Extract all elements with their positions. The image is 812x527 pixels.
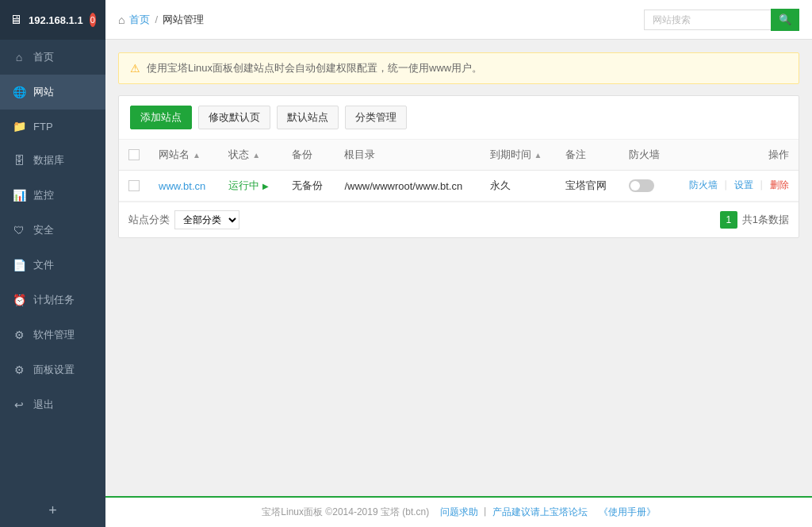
sidebar: 🖥 192.168.1.1 0 ⌂ 首页 🌐 网站 📁 FTP 🗄 数据库 � xyxy=(0,0,105,527)
col-firewall-header: 防火墙 xyxy=(629,148,660,160)
sidebar-item-files[interactable]: 📄 文件 xyxy=(0,248,105,283)
sidebar-item-label: 安全 xyxy=(33,223,54,237)
monitor-icon: 🖥 xyxy=(10,13,22,27)
breadcrumb-separator: / xyxy=(155,13,158,25)
toggle-dot xyxy=(630,181,640,190)
site-panel: 添加站点 修改默认页 默认站点 分类管理 网站名 xyxy=(118,95,799,238)
search-button[interactable]: 🔍 xyxy=(771,9,799,31)
sidebar-item-label: FTP xyxy=(33,121,53,133)
status-text: 运行中 xyxy=(228,179,259,193)
content-area: ⚠ 使用宝塔Linux面板创建站点时会自动创建权限配置，统一使用www用户。 添… xyxy=(105,40,812,496)
default-site-button[interactable]: 默认站点 xyxy=(277,106,339,129)
sidebar-nav: ⌂ 首页 🌐 网站 📁 FTP 🗄 数据库 📊 监控 🛡 安全 xyxy=(0,40,105,494)
sidebar-item-label: 首页 xyxy=(33,50,54,64)
sidebar-item-label: 监控 xyxy=(33,188,54,202)
col-expire-header: 到期时间 xyxy=(490,148,531,162)
header-search: 🔍 xyxy=(644,9,799,31)
sidebar-item-logout[interactable]: ↩ 退出 xyxy=(0,387,105,422)
breadcrumb: ⌂ 首页 / 网站管理 xyxy=(118,13,638,27)
header: ⌂ 首页 / 网站管理 🔍 xyxy=(105,0,812,40)
footer-feedback-link[interactable]: 产品建议请上宝塔论坛 xyxy=(492,506,588,517)
sidebar-server-ip: 192.168.1.1 xyxy=(29,14,83,26)
sidebar-item-label: 计划任务 xyxy=(33,293,75,307)
delete-action-link[interactable]: 删除 xyxy=(770,179,789,193)
sidebar-item-label: 文件 xyxy=(33,258,54,272)
col-name-header: 网站名 xyxy=(159,148,190,162)
status-cell: 运行中 ▶ xyxy=(228,179,272,193)
database-icon: 🗄 xyxy=(13,154,25,167)
add-site-button[interactable]: 添加站点 xyxy=(130,106,192,129)
firewall-toggle[interactable] xyxy=(629,179,654,192)
breadcrumb-current: 网站管理 xyxy=(163,13,204,27)
expire-cell: 永久 xyxy=(490,179,511,191)
sidebar-item-website[interactable]: 🌐 网站 xyxy=(0,75,105,110)
row-checkbox[interactable] xyxy=(128,180,140,191)
col-path-header: 根目录 xyxy=(344,148,375,160)
sidebar-item-label: 网站 xyxy=(33,85,54,99)
category-select[interactable]: 全部分类 xyxy=(174,210,239,229)
pagination: 1 共1条数据 xyxy=(720,211,789,229)
sidebar-item-monitor[interactable]: 📊 监控 xyxy=(0,178,105,213)
warning-icon: ⚠ xyxy=(130,62,140,75)
settings-icon: ⚙ xyxy=(13,364,25,376)
main-content: ⌂ 首页 / 网站管理 🔍 ⚠ 使用宝塔Linux面板创建站点时会自动创建权限配… xyxy=(105,0,812,527)
home-breadcrumb-icon: ⌂ xyxy=(118,13,124,26)
site-table: 网站名 ▲ 状态 ▲ 备份 xyxy=(119,140,799,237)
logout-icon: ↩ xyxy=(13,398,25,411)
col-note-header: 备注 xyxy=(565,148,586,160)
page-footer: 宝塔Linux面板 ©2014-2019 宝塔 (bt.cn) 问题求助 丨 产… xyxy=(105,496,812,527)
backup-cell: 无备份 xyxy=(292,179,323,191)
sort-status-icon[interactable]: ▲ xyxy=(252,151,260,160)
sidebar-item-home[interactable]: ⌂ 首页 xyxy=(0,40,105,75)
search-input[interactable] xyxy=(644,10,771,30)
table-row: www.bt.cn 运行中 ▶ 无备份 /www/wwwroot/www.bt.… xyxy=(119,171,799,202)
sidebar-item-ftp[interactable]: 📁 FTP xyxy=(0,110,105,143)
breadcrumb-home[interactable]: 首页 xyxy=(129,13,150,27)
page-number[interactable]: 1 xyxy=(720,211,737,229)
shield-icon: 🛡 xyxy=(13,224,25,237)
sidebar-item-label: 数据库 xyxy=(33,153,64,167)
path-cell: /www/wwwroot/www.bt.cn xyxy=(344,180,462,192)
sidebar-add-button[interactable]: + xyxy=(0,494,105,527)
category-select-area: 站点分类 全部分类 xyxy=(128,210,239,229)
alert-text: 使用宝塔Linux面板创建站点时会自动创建权限配置，统一使用www用户。 xyxy=(147,61,482,75)
sidebar-item-database[interactable]: 🗄 数据库 xyxy=(0,143,105,178)
footer-sep1: 丨 xyxy=(481,506,490,517)
sidebar-item-software[interactable]: ⚙ 软件管理 xyxy=(0,317,105,352)
sidebar-item-cron[interactable]: ⏰ 计划任务 xyxy=(0,283,105,317)
monitor-icon: 📊 xyxy=(13,189,25,202)
sidebar-item-panel[interactable]: ⚙ 面板设置 xyxy=(0,352,105,387)
modify-default-button[interactable]: 修改默认页 xyxy=(198,106,270,129)
site-name-link[interactable]: www.bt.cn xyxy=(159,180,205,192)
select-all-checkbox[interactable] xyxy=(128,149,140,160)
footer-copyright: 宝塔Linux面板 ©2014-2019 宝塔 (bt.cn) xyxy=(262,506,429,517)
clock-icon: ⏰ xyxy=(13,294,25,306)
play-icon: ▶ xyxy=(262,182,269,190)
sidebar-badge: 0 xyxy=(90,13,96,27)
sidebar-item-label: 退出 xyxy=(33,398,54,412)
category-manage-button[interactable]: 分类管理 xyxy=(345,106,407,129)
category-label: 站点分类 xyxy=(128,213,170,227)
total-label: 共1条数据 xyxy=(742,213,789,227)
home-icon: ⌂ xyxy=(13,51,25,63)
sidebar-item-label: 面板设置 xyxy=(33,363,75,377)
settings-action-link[interactable]: 设置 xyxy=(734,179,753,193)
sidebar-header: 🖥 192.168.1.1 0 xyxy=(0,0,105,40)
note-cell: 宝塔官网 xyxy=(565,179,607,191)
ftp-icon: 📁 xyxy=(13,120,25,133)
col-action-header: 操作 xyxy=(768,148,789,160)
sort-name-icon[interactable]: ▲ xyxy=(193,151,201,160)
panel-toolbar: 添加站点 修改默认页 默认站点 分类管理 xyxy=(119,96,799,140)
firewall-action-link[interactable]: 防火墙 xyxy=(689,179,718,193)
sidebar-item-label: 软件管理 xyxy=(33,328,75,342)
footer-manual-link[interactable]: 《使用手册》 xyxy=(599,506,656,517)
col-status-header: 状态 xyxy=(228,148,249,162)
col-backup-header: 备份 xyxy=(292,148,312,160)
sidebar-item-security[interactable]: 🛡 安全 xyxy=(0,213,105,248)
footer-help-link[interactable]: 问题求助 xyxy=(440,506,478,517)
action-links: 防火墙 丨 设置 丨 删除 xyxy=(682,179,789,193)
website-icon: 🌐 xyxy=(13,86,25,98)
file-icon: 📄 xyxy=(13,259,25,271)
sort-expire-icon[interactable]: ▲ xyxy=(534,151,542,160)
table-footer: 站点分类 全部分类 1 共1条数据 xyxy=(119,202,799,237)
